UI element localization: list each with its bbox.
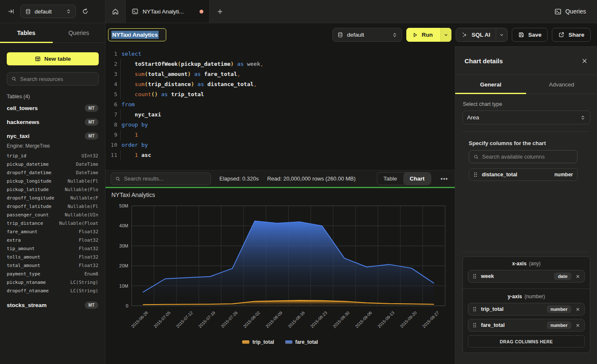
svg-text:20M: 20M (119, 263, 128, 268)
legend-swatch-icon (242, 340, 249, 344)
column-row: pickup_datetimeDateTime (0, 160, 105, 168)
results-toolbar: Elapsed: 0.320s Read: 20,000,000 rows (2… (105, 170, 455, 187)
drag-handle-icon[interactable] (473, 172, 478, 178)
chip-column-name: fare_total (481, 322, 543, 328)
sql-ai-caret[interactable] (496, 28, 507, 41)
save-button[interactable]: Save (512, 28, 548, 42)
column-row: tip_amountFloat32 (0, 244, 105, 253)
code-text: 1 asc (122, 150, 151, 160)
column-name: payment_type (7, 271, 40, 277)
x-axis-chip[interactable]: weekdate (468, 270, 585, 283)
svg-text:2015-07-12: 2015-07-12 (175, 310, 194, 329)
available-column-chip[interactable]: distance_totalnumber (469, 168, 578, 181)
table-row[interactable]: cell_towersMT (0, 101, 105, 115)
search-icon (115, 176, 121, 182)
engine-badge: MT (85, 132, 98, 140)
column-name: fare_amount (7, 229, 38, 235)
sql-ai-button[interactable]: SQL AI (456, 28, 496, 41)
run-database-selector[interactable]: default (332, 28, 402, 42)
legend-item-fare_total[interactable]: fare_total (285, 339, 318, 345)
table-row[interactable]: nyc_taxiMT (0, 129, 105, 143)
chart-title: NYTaxi Analytics (111, 191, 155, 198)
new-tab-button[interactable] (210, 0, 230, 23)
query-tab[interactable]: NYTaxi Analyti... (125, 0, 210, 23)
table-name: stocks_stream (7, 302, 85, 308)
legend-item-trip_total[interactable]: trip_total (242, 339, 274, 345)
resource-search-input[interactable] (20, 76, 94, 82)
console-icon (132, 8, 138, 15)
results-search[interactable] (111, 173, 211, 185)
remove-chip-icon[interactable] (575, 323, 580, 328)
database-selector[interactable]: default (20, 5, 76, 18)
line-number: 3 (105, 69, 117, 79)
column-type: Nullable(Float (59, 221, 98, 226)
sql-editor[interactable]: 1select2 toStartOfWeek(pickup_datetime) … (105, 46, 455, 170)
svg-text:2015-09-06: 2015-09-06 (354, 310, 373, 329)
query-title-input[interactable]: NYTaxi Analytics (108, 28, 166, 41)
view-toggle-table[interactable]: Table (377, 173, 403, 185)
x-axis-chips: weekdate (463, 270, 590, 283)
share-button[interactable]: Share (552, 28, 591, 42)
panel-tab-general[interactable]: General (455, 75, 526, 94)
columns-search[interactable] (469, 150, 578, 163)
code-text: select (122, 49, 141, 59)
column-name: total_amount (7, 263, 40, 268)
columns-search-input[interactable] (482, 154, 573, 160)
axis-mapping-card: x-axis(any) weekdate y-axis(number) trip… (462, 256, 590, 353)
engine-badge: MT (85, 302, 98, 309)
sidebar-tab-queries[interactable]: Queries (53, 23, 105, 43)
column-name: extra (7, 237, 21, 243)
drop-zone[interactable]: DRAG COLUMNS HERE (468, 335, 585, 348)
column-type: Float32 (79, 263, 98, 268)
table-engine: Engine: MergeTree (0, 143, 105, 151)
tab-title: NYTaxi Analyti... (143, 8, 195, 15)
home-button[interactable] (105, 0, 125, 23)
column-row: dropoff_longitudeNullable(F (0, 194, 105, 202)
svg-text:2015-08-02: 2015-08-02 (242, 310, 261, 329)
close-panel-button[interactable] (581, 58, 588, 64)
run-options-caret[interactable] (440, 28, 451, 42)
column-type: Float32 (79, 237, 98, 243)
table-name: hackernews (7, 119, 85, 125)
run-label: Run (421, 32, 432, 38)
results-search-input[interactable] (124, 175, 206, 182)
new-table-label: New table (44, 56, 71, 62)
engine-badge: MT (85, 119, 98, 126)
column-row: dropoff_ntanameLC(String) (0, 286, 105, 295)
run-button[interactable]: Run (406, 28, 451, 42)
column-name: trip_id (7, 153, 26, 159)
drag-handle-icon[interactable] (473, 322, 477, 328)
view-toggle: Table Chart (377, 172, 432, 185)
more-options-button[interactable]: ••• (440, 175, 449, 182)
panel-tab-advanced[interactable]: Advanced (526, 75, 597, 94)
plus-icon (217, 8, 223, 15)
new-table-button[interactable]: New table (7, 52, 99, 65)
table-icon (35, 56, 41, 62)
drag-handle-icon[interactable] (473, 306, 477, 312)
queries-button[interactable]: Queries (554, 8, 586, 15)
code-text: nyc_taxi (122, 110, 161, 120)
table-row[interactable]: stocks_streamMT (0, 298, 105, 312)
refresh-button[interactable] (82, 8, 89, 15)
sidebar-collapse-button[interactable] (8, 8, 14, 15)
table-row[interactable]: hackernewsMT (0, 115, 105, 129)
remove-chip-icon[interactable] (575, 307, 580, 312)
drag-handle-icon[interactable] (473, 273, 477, 279)
run-button-main[interactable]: Run (406, 28, 440, 42)
column-name: tip_amount (7, 246, 35, 251)
resource-search[interactable] (7, 72, 99, 86)
series-area-fare_total (143, 221, 434, 306)
remove-chip-icon[interactable] (575, 274, 580, 279)
topbar-left: default (0, 0, 105, 23)
line-number: 10 (105, 140, 117, 150)
y-axis-chip[interactable]: fare_totalnumber (468, 319, 585, 332)
chip-column-name: distance_total (482, 172, 550, 178)
save-label: Save (528, 32, 542, 38)
y-axis-chip[interactable]: trip_totalnumber (468, 303, 585, 315)
column-row: extraFloat32 (0, 236, 105, 244)
svg-text:2015-09-27: 2015-09-27 (421, 310, 440, 329)
view-toggle-chart[interactable]: Chart (403, 173, 431, 185)
chart-type-selector[interactable]: Area (462, 111, 590, 124)
sidebar-tab-tables[interactable]: Tables (0, 23, 53, 43)
svg-text:2015-08-16: 2015-08-16 (287, 310, 305, 329)
